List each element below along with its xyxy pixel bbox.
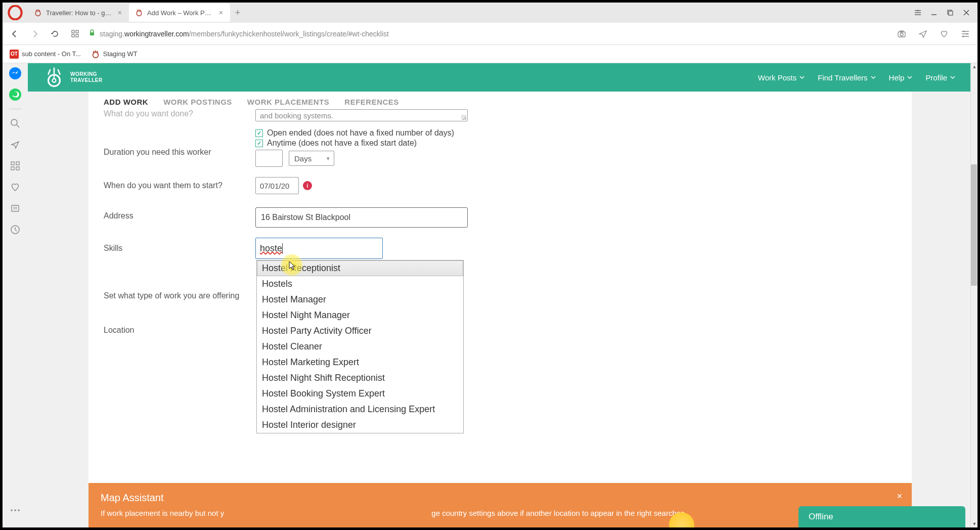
site-logo[interactable]: WORKINGTRAVELLER — [43, 66, 103, 89]
tab-references[interactable]: REFERENCES — [344, 98, 399, 106]
autocomplete-option[interactable]: Hostel Party Activity Officer — [257, 323, 463, 339]
speed-dial-icon[interactable] — [68, 27, 82, 41]
svg-point-14 — [963, 30, 965, 32]
wt-logo-icon — [43, 66, 65, 89]
svg-point-1 — [35, 11, 40, 16]
url-input[interactable]: staging.workingtraveller.com/members/fun… — [88, 29, 888, 38]
autocomplete-option[interactable]: Hostel Marketing Expert — [257, 355, 463, 370]
what-done-textarea[interactable]: and booking systems. — [255, 109, 468, 121]
check-icon: ✓ — [255, 140, 263, 147]
speed-dial-icon[interactable] — [8, 159, 22, 173]
autocomplete-option[interactable]: Hostels — [257, 276, 463, 292]
history-icon[interactable] — [8, 223, 22, 237]
svg-rect-6 — [72, 30, 74, 33]
url-text: staging.workingtraveller.com/members/fun… — [100, 30, 389, 38]
svg-rect-10 — [90, 32, 94, 35]
svg-point-2 — [137, 11, 142, 16]
easy-setup-icon[interactable] — [912, 7, 924, 19]
svg-rect-13 — [900, 31, 903, 32]
whatsapp-icon[interactable] — [8, 87, 22, 102]
svg-point-20 — [13, 92, 18, 97]
send-icon[interactable] — [916, 27, 930, 41]
new-tab-button[interactable]: + — [230, 8, 245, 18]
divider — [9, 109, 21, 109]
checkbox-anytime[interactable]: ✓Anytime (does not have a fixed start da… — [255, 139, 897, 148]
skills-input[interactable]: hoste​ — [255, 238, 383, 259]
opera-logo-icon — [8, 5, 23, 20]
vertical-scrollbar[interactable]: ▲ ▼ — [970, 63, 977, 527]
address-bar: staging.workingtraveller.com/members/fun… — [3, 23, 977, 45]
heart-icon[interactable] — [8, 180, 22, 194]
autocomplete-option[interactable]: Hostel Night Shift Receptionist — [257, 370, 463, 386]
search-icon[interactable] — [8, 116, 22, 130]
logo-text: WORKINGTRAVELLER — [70, 71, 103, 83]
scrollbar-thumb[interactable] — [971, 164, 977, 286]
svg-rect-24 — [16, 162, 19, 165]
easy-setup-icon[interactable] — [958, 27, 972, 41]
info-icon[interactable]: i — [303, 181, 312, 190]
browser-tab-0[interactable]: Traveller: How to - guides × — [28, 4, 129, 22]
autocomplete-option[interactable]: Hostel Night Manager — [257, 307, 463, 323]
address-input[interactable] — [255, 207, 468, 228]
close-icon[interactable] — [960, 7, 972, 19]
chat-status: Offline — [809, 512, 833, 522]
bookmark-bar: OT sub content - On T... Staging WT — [3, 45, 977, 63]
tab-work-placements[interactable]: WORK PLACEMENTS — [247, 98, 330, 106]
svg-point-31 — [11, 509, 13, 511]
back-button[interactable] — [8, 27, 22, 41]
tab-add-work[interactable]: ADD WORK — [104, 98, 148, 106]
chevron-down-icon — [871, 75, 876, 80]
svg-rect-8 — [72, 34, 74, 37]
check-icon: ✓ — [255, 129, 263, 137]
lock-icon — [88, 29, 96, 38]
scroll-down-icon[interactable]: ▼ — [971, 520, 977, 527]
tab-close-icon[interactable]: × — [117, 8, 123, 18]
autocomplete-option[interactable]: Hostel Manager — [257, 292, 463, 307]
svg-point-16 — [963, 35, 964, 37]
site-header: WORKINGTRAVELLER Work Posts Find Travell… — [28, 63, 970, 92]
scroll-up-icon[interactable]: ▲ — [971, 63, 977, 70]
nav-work-posts[interactable]: Work Posts — [758, 73, 805, 82]
label-skills: Skills — [104, 238, 255, 253]
nav-profile[interactable]: Profile — [925, 73, 955, 82]
label-start: When do you want them to start? — [104, 177, 255, 190]
autocomplete-option[interactable]: Hostel Booking System Expert — [257, 386, 463, 402]
autocomplete-option[interactable]: Hostel Interior designer — [257, 417, 463, 433]
browser-tab-1[interactable]: Add Work – Work Postings × — [129, 4, 230, 22]
nav-find-travellers[interactable]: Find Travellers — [818, 73, 875, 82]
checkbox-open-ended[interactable]: ✓Open ended (does not have a fixed numbe… — [255, 128, 897, 138]
duration-unit-select[interactable]: Days — [289, 151, 334, 166]
autocomplete-option[interactable]: Hostel Receptionist — [257, 260, 463, 276]
autocomplete-option[interactable]: Hostel Cleaner — [257, 339, 463, 355]
autocomplete-option[interactable]: Hostel Administration and Licensing Expe… — [257, 402, 463, 417]
bookmark-item[interactable]: OT sub content - On T... — [10, 50, 81, 59]
tab-work-postings[interactable]: WORK POSTINGS — [163, 98, 232, 106]
close-icon[interactable]: ✕ — [897, 492, 903, 500]
maximize-icon[interactable] — [944, 7, 956, 19]
svg-rect-23 — [11, 162, 14, 165]
svg-rect-25 — [11, 167, 14, 170]
messenger-icon[interactable] — [8, 66, 22, 80]
tab-title: Traveller: How to - guides — [46, 9, 113, 17]
tab-close-icon[interactable]: × — [218, 8, 224, 18]
svg-point-15 — [966, 33, 968, 34]
duration-number-input[interactable] — [255, 150, 283, 167]
tab-title: Add Work – Work Postings — [147, 9, 214, 17]
heart-icon[interactable] — [937, 27, 951, 41]
minimize-icon[interactable] — [928, 7, 940, 19]
nav-help[interactable]: Help — [889, 73, 913, 82]
label-duration: Duration you need this worker — [104, 128, 255, 157]
forward-button[interactable] — [28, 27, 42, 41]
wt-favicon-icon — [34, 9, 42, 17]
reload-button[interactable] — [48, 27, 62, 41]
chevron-down-icon — [907, 75, 912, 80]
news-icon[interactable] — [8, 201, 22, 215]
more-icon[interactable] — [8, 503, 22, 517]
start-date-input[interactable] — [255, 177, 299, 194]
snapshot-icon[interactable] — [895, 27, 909, 41]
svg-rect-9 — [76, 34, 78, 37]
flow-icon[interactable] — [8, 138, 22, 152]
bookmark-item[interactable]: Staging WT — [91, 50, 138, 59]
chat-widget[interactable]: Offline — [798, 506, 965, 527]
browser-sidebar — [3, 63, 28, 527]
